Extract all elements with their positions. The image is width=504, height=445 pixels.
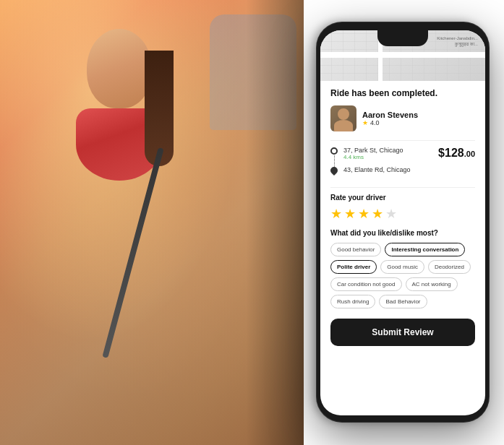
route-distance: 4.4 kms xyxy=(343,154,403,160)
person-silhouette xyxy=(72,29,166,173)
phone-mockup: Kitchener-Janabdin... कुनुलुड्ढ का... Ri… xyxy=(316,22,490,423)
driver-row: Aaron Stevens ★ 4.0 xyxy=(330,105,475,131)
phone-screen: Kitchener-Janabdin... कुनुलुड्ढ का... Ri… xyxy=(320,30,485,415)
tag-polite-driver[interactable]: Polite driver xyxy=(330,260,377,274)
phone-notch xyxy=(377,30,428,46)
submit-review-button[interactable]: Submit Review xyxy=(330,319,475,346)
divider-1 xyxy=(330,140,475,141)
feedback-tags: Good behavior Interesting conversation P… xyxy=(330,243,475,308)
background-photo xyxy=(0,0,304,445)
fare-amount: $128.00 xyxy=(438,147,475,160)
route-stops: 37, Park St, Chicago 4.4 kms 43, Elante … xyxy=(330,147,438,180)
dropoff-pin xyxy=(329,165,339,176)
dropoff-stop: 43, Elante Rd, Chicago xyxy=(330,166,438,174)
tag-bad-behavior[interactable]: Bad Behavior xyxy=(379,295,427,308)
divider-2 xyxy=(330,187,475,188)
pickup-dot xyxy=(330,147,338,155)
map-label: Kitchener-Janabdin... कुनुलुड्ढ का... xyxy=(437,36,478,48)
dropoff-address: 43, Elante Rd, Chicago xyxy=(343,166,411,173)
route-section: 37, Park St, Chicago 4.4 kms 43, Elante … xyxy=(330,147,475,180)
ride-status: Ride has been completed. xyxy=(330,88,475,98)
tag-good-behavior[interactable]: Good behavior xyxy=(330,243,381,256)
pickup-address: 37, Park St, Chicago xyxy=(343,147,403,154)
star-2[interactable]: ★ xyxy=(344,206,356,222)
driver-name: Aaron Stevens xyxy=(362,111,475,119)
tag-rush-driving[interactable]: Rush driving xyxy=(330,295,375,308)
rate-label: Rate your driver xyxy=(330,194,475,202)
car-window xyxy=(210,14,296,130)
tag-good-music[interactable]: Good music xyxy=(380,260,424,274)
driver-info: Aaron Stevens ★ 4.0 xyxy=(362,111,475,126)
fare-cents: .00 xyxy=(464,150,475,158)
tag-ac-not-working[interactable]: AC not working xyxy=(406,277,458,291)
rating-star-icon: ★ xyxy=(362,119,368,126)
rating-value: 4.0 xyxy=(370,119,380,126)
tag-deodorized[interactable]: Deodorized xyxy=(428,260,471,274)
star-1[interactable]: ★ xyxy=(330,206,342,222)
star-3[interactable]: ★ xyxy=(358,206,370,222)
tag-interesting-conversation[interactable]: Interesting conversation xyxy=(385,243,465,256)
driver-rating: ★ 4.0 xyxy=(362,119,475,126)
feedback-label: What did you like/dislike most? xyxy=(330,229,475,237)
star-4[interactable]: ★ xyxy=(372,206,383,222)
phone-frame: Kitchener-Janabdin... कुनुलुड्ढ का... Ri… xyxy=(316,22,490,423)
pickup-stop: 37, Park St, Chicago 4.4 kms xyxy=(330,147,438,160)
tag-car-condition[interactable]: Car condition not good xyxy=(330,277,402,291)
rating-stars[interactable]: ★ ★ ★ ★ ★ xyxy=(330,206,475,222)
star-5[interactable]: ★ xyxy=(385,206,397,222)
driver-avatar xyxy=(330,105,356,131)
